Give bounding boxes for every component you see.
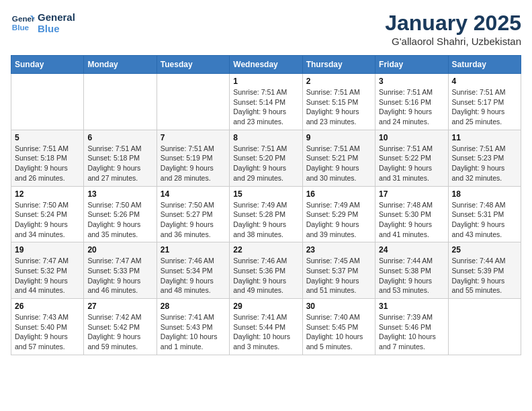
calendar-week-row: 12Sunrise: 7:50 AM Sunset: 5:24 PM Dayli…: [11, 186, 521, 242]
day-info: Sunrise: 7:51 AM Sunset: 5:21 PM Dayligh…: [306, 144, 371, 183]
calendar-cell: 27Sunrise: 7:42 AM Sunset: 5:42 PM Dayli…: [84, 299, 157, 355]
day-number: 27: [87, 302, 152, 311]
day-number: 1: [233, 77, 298, 86]
calendar-cell: 8Sunrise: 7:51 AM Sunset: 5:20 PM Daylig…: [230, 130, 302, 186]
weekday-header-saturday: Saturday: [448, 56, 521, 74]
day-info: Sunrise: 7:51 AM Sunset: 5:18 PM Dayligh…: [15, 144, 80, 183]
calendar-week-row: 1Sunrise: 7:51 AM Sunset: 5:14 PM Daylig…: [11, 74, 521, 130]
day-number: 28: [161, 302, 226, 311]
day-number: 4: [452, 77, 517, 86]
calendar-cell: 2Sunrise: 7:51 AM Sunset: 5:15 PM Daylig…: [302, 74, 375, 130]
logo-line1: General: [38, 11, 75, 23]
calendar-cell: 18Sunrise: 7:48 AM Sunset: 5:31 PM Dayli…: [448, 186, 521, 242]
day-number: 15: [233, 189, 298, 199]
day-info: Sunrise: 7:50 AM Sunset: 5:27 PM Dayligh…: [161, 200, 226, 240]
day-number: 2: [306, 77, 371, 86]
day-info: Sunrise: 7:49 AM Sunset: 5:28 PM Dayligh…: [233, 200, 298, 240]
weekday-header-friday: Friday: [375, 56, 448, 74]
day-info: Sunrise: 7:39 AM Sunset: 5:46 PM Dayligh…: [379, 312, 444, 352]
calendar-title: January 2025: [385, 11, 521, 36]
calendar-cell: 15Sunrise: 7:49 AM Sunset: 5:28 PM Dayli…: [230, 186, 302, 242]
calendar-cell: 9Sunrise: 7:51 AM Sunset: 5:21 PM Daylig…: [302, 130, 375, 186]
calendar-cell: 23Sunrise: 7:45 AM Sunset: 5:37 PM Dayli…: [302, 242, 375, 299]
weekday-header-monday: Monday: [84, 56, 157, 74]
calendar-cell: 26Sunrise: 7:43 AM Sunset: 5:40 PM Dayli…: [11, 299, 84, 355]
calendar-cell: 20Sunrise: 7:47 AM Sunset: 5:33 PM Dayli…: [84, 242, 157, 299]
day-number: 14: [161, 189, 226, 199]
day-info: Sunrise: 7:44 AM Sunset: 5:38 PM Dayligh…: [379, 256, 444, 295]
day-number: 6: [87, 133, 152, 142]
page-header: General Blue General Blue January 2025 G…: [11, 11, 521, 47]
day-number: 23: [306, 245, 371, 255]
weekday-header-row: SundayMondayTuesdayWednesdayThursdayFrid…: [11, 56, 521, 74]
day-info: Sunrise: 7:48 AM Sunset: 5:31 PM Dayligh…: [452, 200, 517, 240]
day-info: Sunrise: 7:51 AM Sunset: 5:22 PM Dayligh…: [379, 144, 444, 183]
svg-text:General: General: [12, 14, 35, 23]
calendar-cell: 29Sunrise: 7:41 AM Sunset: 5:44 PM Dayli…: [230, 299, 302, 355]
day-number: 11: [452, 133, 517, 142]
calendar-week-row: 19Sunrise: 7:47 AM Sunset: 5:32 PM Dayli…: [11, 242, 521, 299]
calendar-cell: [157, 74, 229, 130]
day-info: Sunrise: 7:51 AM Sunset: 5:20 PM Dayligh…: [233, 144, 298, 183]
day-info: Sunrise: 7:50 AM Sunset: 5:26 PM Dayligh…: [87, 200, 152, 240]
logo-line2: Blue: [38, 23, 75, 34]
day-number: 31: [379, 302, 444, 311]
day-info: Sunrise: 7:41 AM Sunset: 5:43 PM Dayligh…: [161, 312, 226, 352]
weekday-header-sunday: Sunday: [11, 56, 84, 74]
day-number: 30: [306, 302, 371, 311]
calendar-cell: 28Sunrise: 7:41 AM Sunset: 5:43 PM Dayli…: [157, 299, 229, 355]
day-number: 13: [87, 189, 152, 199]
calendar-cell: [448, 299, 521, 355]
day-number: 19: [15, 245, 80, 255]
day-info: Sunrise: 7:47 AM Sunset: 5:33 PM Dayligh…: [87, 256, 152, 295]
calendar-cell: 19Sunrise: 7:47 AM Sunset: 5:32 PM Dayli…: [11, 242, 84, 299]
day-info: Sunrise: 7:46 AM Sunset: 5:34 PM Dayligh…: [161, 256, 226, 295]
weekday-header-thursday: Thursday: [302, 56, 375, 74]
logo-icon: General Blue: [11, 11, 35, 35]
calendar-cell: 13Sunrise: 7:50 AM Sunset: 5:26 PM Dayli…: [84, 186, 157, 242]
day-number: 7: [161, 133, 226, 142]
day-number: 12: [15, 189, 80, 199]
calendar-cell: 17Sunrise: 7:48 AM Sunset: 5:30 PM Dayli…: [375, 186, 448, 242]
calendar-table: SundayMondayTuesdayWednesdayThursdayFrid…: [11, 55, 521, 355]
day-info: Sunrise: 7:51 AM Sunset: 5:18 PM Dayligh…: [87, 144, 152, 183]
day-info: Sunrise: 7:40 AM Sunset: 5:45 PM Dayligh…: [306, 312, 371, 352]
calendar-week-row: 26Sunrise: 7:43 AM Sunset: 5:40 PM Dayli…: [11, 299, 521, 355]
calendar-cell: 24Sunrise: 7:44 AM Sunset: 5:38 PM Dayli…: [375, 242, 448, 299]
calendar-cell: 31Sunrise: 7:39 AM Sunset: 5:46 PM Dayli…: [375, 299, 448, 355]
day-number: 26: [15, 302, 80, 311]
calendar-week-row: 5Sunrise: 7:51 AM Sunset: 5:18 PM Daylig…: [11, 130, 521, 186]
calendar-cell: 12Sunrise: 7:50 AM Sunset: 5:24 PM Dayli…: [11, 186, 84, 242]
day-number: 21: [161, 245, 226, 255]
day-info: Sunrise: 7:51 AM Sunset: 5:17 PM Dayligh…: [452, 87, 517, 127]
day-info: Sunrise: 7:51 AM Sunset: 5:14 PM Dayligh…: [233, 87, 298, 127]
calendar-cell: 6Sunrise: 7:51 AM Sunset: 5:18 PM Daylig…: [84, 130, 157, 186]
day-number: 22: [233, 245, 298, 255]
day-number: 16: [306, 189, 371, 199]
day-info: Sunrise: 7:49 AM Sunset: 5:29 PM Dayligh…: [306, 200, 371, 240]
calendar-cell: 16Sunrise: 7:49 AM Sunset: 5:29 PM Dayli…: [302, 186, 375, 242]
day-number: 17: [379, 189, 444, 199]
weekday-header-wednesday: Wednesday: [230, 56, 302, 74]
calendar-cell: 22Sunrise: 7:46 AM Sunset: 5:36 PM Dayli…: [230, 242, 302, 299]
day-info: Sunrise: 7:47 AM Sunset: 5:32 PM Dayligh…: [15, 256, 80, 295]
weekday-header-tuesday: Tuesday: [157, 56, 229, 74]
day-number: 3: [379, 77, 444, 86]
calendar-cell: 14Sunrise: 7:50 AM Sunset: 5:27 PM Dayli…: [157, 186, 229, 242]
day-number: 5: [15, 133, 80, 142]
day-number: 18: [452, 189, 517, 199]
day-info: Sunrise: 7:41 AM Sunset: 5:44 PM Dayligh…: [233, 312, 298, 352]
calendar-cell: 7Sunrise: 7:51 AM Sunset: 5:19 PM Daylig…: [157, 130, 229, 186]
day-info: Sunrise: 7:42 AM Sunset: 5:42 PM Dayligh…: [87, 312, 152, 352]
calendar-cell: 11Sunrise: 7:51 AM Sunset: 5:23 PM Dayli…: [448, 130, 521, 186]
day-number: 9: [306, 133, 371, 142]
day-number: 24: [379, 245, 444, 255]
day-number: 20: [87, 245, 152, 255]
calendar-cell: 4Sunrise: 7:51 AM Sunset: 5:17 PM Daylig…: [448, 74, 521, 130]
day-info: Sunrise: 7:51 AM Sunset: 5:23 PM Dayligh…: [452, 144, 517, 183]
calendar-cell: 1Sunrise: 7:51 AM Sunset: 5:14 PM Daylig…: [230, 74, 302, 130]
calendar-cell: 3Sunrise: 7:51 AM Sunset: 5:16 PM Daylig…: [375, 74, 448, 130]
day-number: 8: [233, 133, 298, 142]
calendar-cell: 10Sunrise: 7:51 AM Sunset: 5:22 PM Dayli…: [375, 130, 448, 186]
calendar-cell: 25Sunrise: 7:44 AM Sunset: 5:39 PM Dayli…: [448, 242, 521, 299]
